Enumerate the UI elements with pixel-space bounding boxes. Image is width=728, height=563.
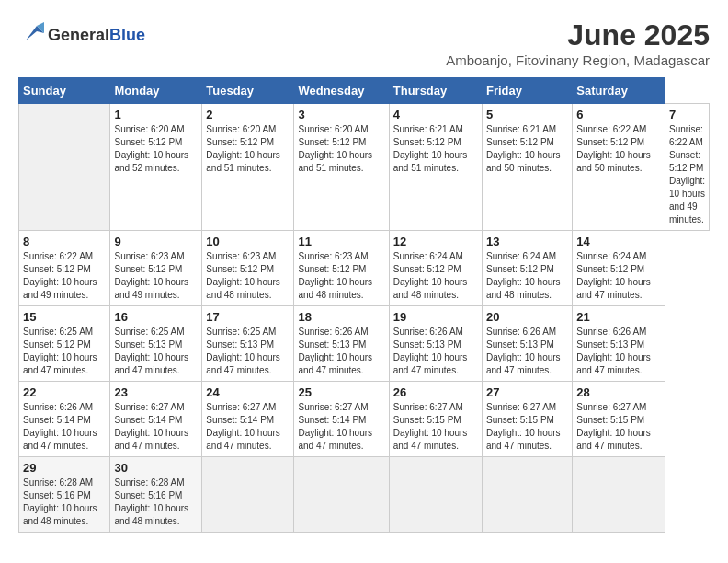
table-row: 23Sunrise: 6:27 AM Sunset: 5:14 PM Dayli… <box>110 382 202 457</box>
day-info: Sunrise: 6:26 AM Sunset: 5:14 PM Dayligh… <box>23 401 106 453</box>
day-info: Sunrise: 6:22 AM Sunset: 5:12 PM Dayligh… <box>576 123 661 175</box>
day-number: 8 <box>23 235 106 248</box>
table-row: 25Sunrise: 6:27 AM Sunset: 5:14 PM Dayli… <box>294 382 389 457</box>
day-number: 26 <box>393 385 478 399</box>
day-info: Sunrise: 6:22 AM Sunset: 5:12 PM Dayligh… <box>23 250 106 302</box>
week-row-4: 22Sunrise: 6:26 AM Sunset: 5:14 PM Dayli… <box>19 382 710 457</box>
day-number: 1 <box>114 108 198 121</box>
table-row: 10Sunrise: 6:23 AM Sunset: 5:12 PM Dayli… <box>202 231 294 306</box>
day-info: Sunrise: 6:25 AM Sunset: 5:13 PM Dayligh… <box>114 326 198 377</box>
day-info: Sunrise: 6:23 AM Sunset: 5:12 PM Dayligh… <box>114 250 198 302</box>
day-number: 24 <box>206 385 290 399</box>
day-info: Sunrise: 6:21 AM Sunset: 5:12 PM Dayligh… <box>393 123 478 175</box>
week-row-1: 1Sunrise: 6:20 AM Sunset: 5:12 PM Daylig… <box>19 104 710 231</box>
day-number: 29 <box>23 461 106 475</box>
weekday-header-sunday: Sunday <box>19 78 110 104</box>
logo-icon <box>18 18 48 52</box>
table-row: 29Sunrise: 6:28 AM Sunset: 5:16 PM Dayli… <box>19 457 110 533</box>
day-info: Sunrise: 6:23 AM Sunset: 5:12 PM Dayligh… <box>206 250 290 302</box>
day-number: 22 <box>23 385 106 399</box>
day-info: Sunrise: 6:26 AM Sunset: 5:13 PM Dayligh… <box>576 326 661 377</box>
table-row <box>482 457 572 533</box>
table-row: 28Sunrise: 6:27 AM Sunset: 5:15 PM Dayli… <box>573 382 665 457</box>
table-row: 7Sunrise: 6:22 AM Sunset: 5:12 PM Daylig… <box>665 104 710 231</box>
table-row: 16Sunrise: 6:25 AM Sunset: 5:13 PM Dayli… <box>110 306 202 382</box>
day-number: 12 <box>393 235 478 248</box>
day-info: Sunrise: 6:26 AM Sunset: 5:13 PM Dayligh… <box>393 326 478 377</box>
weekday-header-wednesday: Wednesday <box>294 78 389 104</box>
day-info: Sunrise: 6:20 AM Sunset: 5:12 PM Dayligh… <box>206 123 290 175</box>
table-row: 12Sunrise: 6:24 AM Sunset: 5:12 PM Dayli… <box>389 231 482 306</box>
day-number: 2 <box>206 108 290 121</box>
location: Amboanjo, Fitovinany Region, Madagascar <box>446 52 710 68</box>
day-number: 30 <box>114 461 198 475</box>
day-number: 27 <box>486 385 568 399</box>
table-row: 3Sunrise: 6:20 AM Sunset: 5:12 PM Daylig… <box>294 104 389 231</box>
table-row: 13Sunrise: 6:24 AM Sunset: 5:12 PM Dayli… <box>482 231 572 306</box>
weekday-header-tuesday: Tuesday <box>202 78 294 104</box>
table-row: 6Sunrise: 6:22 AM Sunset: 5:12 PM Daylig… <box>573 104 665 231</box>
day-info: Sunrise: 6:27 AM Sunset: 5:15 PM Dayligh… <box>486 401 568 453</box>
logo-general-text: General <box>48 26 109 44</box>
day-number: 4 <box>393 108 478 121</box>
calendar: SundayMondayTuesdayWednesdayThursdayFrid… <box>18 77 710 533</box>
table-row: 20Sunrise: 6:26 AM Sunset: 5:13 PM Dayli… <box>482 306 572 382</box>
table-row: 19Sunrise: 6:26 AM Sunset: 5:13 PM Dayli… <box>389 306 482 382</box>
day-number: 18 <box>298 310 384 324</box>
title-area: June 2025 Amboanjo, Fitovinany Region, M… <box>446 18 710 68</box>
day-info: Sunrise: 6:25 AM Sunset: 5:12 PM Dayligh… <box>23 326 106 377</box>
table-row: 1Sunrise: 6:20 AM Sunset: 5:12 PM Daylig… <box>110 104 202 231</box>
day-info: Sunrise: 6:27 AM Sunset: 5:15 PM Dayligh… <box>393 401 478 453</box>
table-row: 15Sunrise: 6:25 AM Sunset: 5:12 PM Dayli… <box>19 306 110 382</box>
day-number: 14 <box>576 235 661 248</box>
table-row: 26Sunrise: 6:27 AM Sunset: 5:15 PM Dayli… <box>389 382 482 457</box>
day-info: Sunrise: 6:22 AM Sunset: 5:12 PM Dayligh… <box>669 123 705 226</box>
day-info: Sunrise: 6:24 AM Sunset: 5:12 PM Dayligh… <box>486 250 568 302</box>
table-row: 11Sunrise: 6:23 AM Sunset: 5:12 PM Dayli… <box>294 231 389 306</box>
table-row <box>202 457 294 533</box>
header: GeneralBlue June 2025 Amboanjo, Fitovina… <box>18 18 710 68</box>
day-info: Sunrise: 6:28 AM Sunset: 5:16 PM Dayligh… <box>114 477 198 528</box>
table-row: 24Sunrise: 6:27 AM Sunset: 5:14 PM Dayli… <box>202 382 294 457</box>
day-number: 3 <box>298 108 384 121</box>
day-info: Sunrise: 6:24 AM Sunset: 5:12 PM Dayligh… <box>576 250 661 302</box>
day-number: 28 <box>576 385 661 399</box>
day-info: Sunrise: 6:27 AM Sunset: 5:15 PM Dayligh… <box>576 401 661 453</box>
week-row-2: 8Sunrise: 6:22 AM Sunset: 5:12 PM Daylig… <box>19 231 710 306</box>
weekday-header-monday: Monday <box>110 78 202 104</box>
day-info: Sunrise: 6:27 AM Sunset: 5:14 PM Dayligh… <box>206 401 290 453</box>
day-number: 25 <box>298 385 384 399</box>
day-info: Sunrise: 6:24 AM Sunset: 5:12 PM Dayligh… <box>393 250 478 302</box>
day-number: 23 <box>114 385 198 399</box>
month-year: June 2025 <box>446 18 710 52</box>
table-row: 18Sunrise: 6:26 AM Sunset: 5:13 PM Dayli… <box>294 306 389 382</box>
table-row: 22Sunrise: 6:26 AM Sunset: 5:14 PM Dayli… <box>19 382 110 457</box>
table-row: 8Sunrise: 6:22 AM Sunset: 5:12 PM Daylig… <box>19 231 110 306</box>
day-info: Sunrise: 6:27 AM Sunset: 5:14 PM Dayligh… <box>114 401 198 453</box>
day-number: 16 <box>114 310 198 324</box>
table-row: 4Sunrise: 6:21 AM Sunset: 5:12 PM Daylig… <box>389 104 482 231</box>
table-row <box>573 457 665 533</box>
day-number: 7 <box>669 108 705 121</box>
week-row-3: 15Sunrise: 6:25 AM Sunset: 5:12 PM Dayli… <box>19 306 710 382</box>
table-row: 27Sunrise: 6:27 AM Sunset: 5:15 PM Dayli… <box>482 382 572 457</box>
table-row: 21Sunrise: 6:26 AM Sunset: 5:13 PM Dayli… <box>573 306 665 382</box>
day-info: Sunrise: 6:26 AM Sunset: 5:13 PM Dayligh… <box>298 326 384 377</box>
day-info: Sunrise: 6:21 AM Sunset: 5:12 PM Dayligh… <box>486 123 568 175</box>
day-number: 21 <box>576 310 661 324</box>
day-number: 17 <box>206 310 290 324</box>
day-number: 5 <box>486 108 568 121</box>
day-number: 9 <box>114 235 198 248</box>
table-row: 30Sunrise: 6:28 AM Sunset: 5:16 PM Dayli… <box>110 457 202 533</box>
day-info: Sunrise: 6:20 AM Sunset: 5:12 PM Dayligh… <box>114 123 198 175</box>
day-number: 11 <box>298 235 384 248</box>
weekday-header-friday: Friday <box>482 78 572 104</box>
day-number: 10 <box>206 235 290 248</box>
table-row: 17Sunrise: 6:25 AM Sunset: 5:13 PM Dayli… <box>202 306 294 382</box>
day-info: Sunrise: 6:27 AM Sunset: 5:14 PM Dayligh… <box>298 401 384 453</box>
table-row: 9Sunrise: 6:23 AM Sunset: 5:12 PM Daylig… <box>110 231 202 306</box>
table-row: 14Sunrise: 6:24 AM Sunset: 5:12 PM Dayli… <box>573 231 665 306</box>
day-number: 13 <box>486 235 568 248</box>
day-info: Sunrise: 6:28 AM Sunset: 5:16 PM Dayligh… <box>23 477 106 528</box>
weekday-header-thursday: Thursday <box>389 78 482 104</box>
